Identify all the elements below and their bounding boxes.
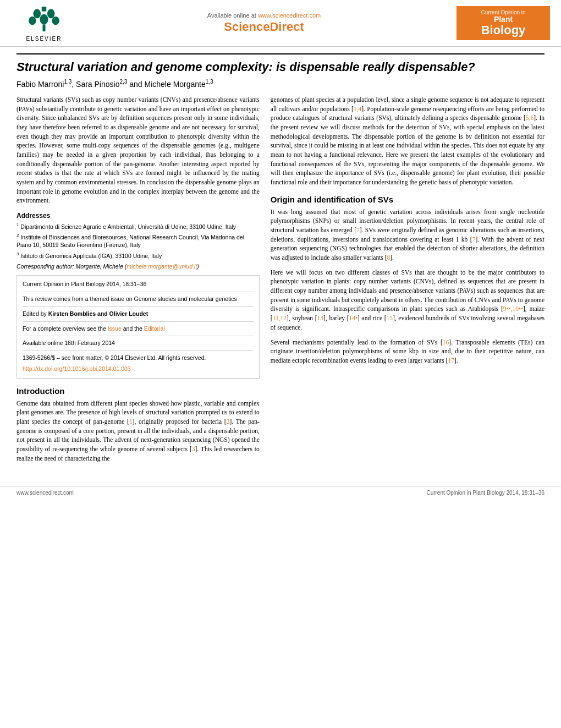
authors: Fabio Marroni1,3, Sara Pinosio2,3 and Mi… [16, 79, 544, 89]
biology-text: Biology [462, 24, 544, 37]
title-section: Structural variation and genome complexi… [16, 53, 544, 89]
main-content: Structural variation and genome complexi… [0, 47, 561, 475]
themed-issue-row: This review comes from a themed issue on… [23, 295, 254, 304]
sciencedirect-title: ScienceDirect [77, 20, 451, 34]
editors-names: Kirsten Bomblies and Olivier Loudet [48, 310, 148, 317]
address-3: 3 Istituto di Genomica Applicata (IGA), … [16, 251, 260, 260]
corresponding-author: Corresponding author: Morgante, Michele … [16, 263, 260, 270]
info-box: Current Opinion in Plant Biology 2014, 1… [16, 275, 260, 378]
footer-citation: Current Opinion in Plant Biology 2014, 1… [426, 490, 544, 496]
editorial-link[interactable]: Editorial [144, 325, 165, 332]
right-col-intro-text: genomes of plant species at a population… [271, 95, 544, 187]
elsevier-tree-icon [28, 4, 61, 35]
journal-badge-section: Current Opinion in Plant Biology [451, 6, 550, 41]
copyright-row: 1369-5266/$ – see front matter, © 2014 E… [23, 354, 254, 363]
author1-sup: 1,3 [64, 79, 72, 85]
left-column: Structural variants (SVs) such as copy n… [16, 95, 260, 468]
page-header: ELSEVIER Available online at www.science… [0, 0, 561, 47]
svg-point-4 [40, 14, 48, 25]
article-title: Structural variation and genome complexi… [16, 60, 544, 74]
page-footer: www.sciencedirect.com Current Opinion in… [0, 486, 561, 499]
author2-sup: 2,3 [119, 79, 127, 85]
editors-row: Edited by Kirsten Bomblies and Olivier L… [23, 310, 254, 319]
right-column: genomes of plant species at a population… [271, 95, 544, 468]
corresponding-email[interactable]: michele.morgante@uniud.it [127, 263, 197, 270]
address-2: 2 Institute of Biosciences and Bioresour… [16, 232, 260, 249]
sciencedirect-url[interactable]: www.sciencedirect.com [258, 12, 321, 19]
origin-heading: Origin and identification of SVs [271, 195, 544, 204]
origin-para-1: It was long assumed that most of genetic… [271, 207, 544, 262]
svg-point-3 [29, 17, 36, 25]
introduction-text: Genome data obtained from different plan… [16, 399, 260, 463]
introduction-heading: Introduction [16, 386, 260, 396]
author3-name: and Michele Morgante [127, 80, 205, 89]
origin-para-3: Several mechanisms potentially lead to t… [271, 338, 544, 365]
two-column-layout: Structural variants (SVs) such as copy n… [16, 95, 544, 468]
available-online-row: Available online 16th February 2014 [23, 339, 254, 348]
svg-rect-0 [42, 7, 46, 11]
issue-link[interactable]: Issue [108, 325, 122, 332]
elsevier-logo-section: ELSEVIER [11, 4, 77, 42]
header-center: Available online at www.sciencedirect.co… [77, 12, 451, 34]
origin-para-2: Here we will focus on two different clas… [271, 268, 544, 332]
addresses-title: Addresses [16, 212, 260, 220]
author3-sup: 1,3 [206, 79, 213, 85]
svg-point-2 [47, 9, 55, 18]
footer-website: www.sciencedirect.com [16, 490, 74, 496]
svg-point-1 [34, 9, 41, 18]
overview-row: For a complete overview see the Issue an… [23, 325, 254, 333]
address-1: 1 Dipartimento di Scienze Agrarie e Ambi… [16, 222, 260, 231]
svg-rect-6 [42, 24, 45, 31]
author1-name: Fabio Marroni [16, 80, 64, 89]
svg-point-5 [52, 17, 59, 25]
journal-year-row: Current Opinion in Plant Biology 2014, 1… [23, 280, 254, 289]
abstract-text: Structural variants (SVs) such as copy n… [16, 95, 260, 205]
elsevier-label: ELSEVIER [26, 36, 62, 42]
author2-name: , Sara Pinosio [72, 80, 119, 89]
plant-text: Plant [462, 15, 544, 24]
journal-badge: Current Opinion in Plant Biology [457, 6, 550, 41]
addresses-section: Addresses 1 Dipartimento di Scienze Agra… [16, 212, 260, 270]
available-online-text: Available online at www.sciencedirect.co… [77, 12, 451, 19]
doi-link[interactable]: http://dx.doi.org/10.1016/j.pbi.2014.01.… [23, 365, 131, 372]
